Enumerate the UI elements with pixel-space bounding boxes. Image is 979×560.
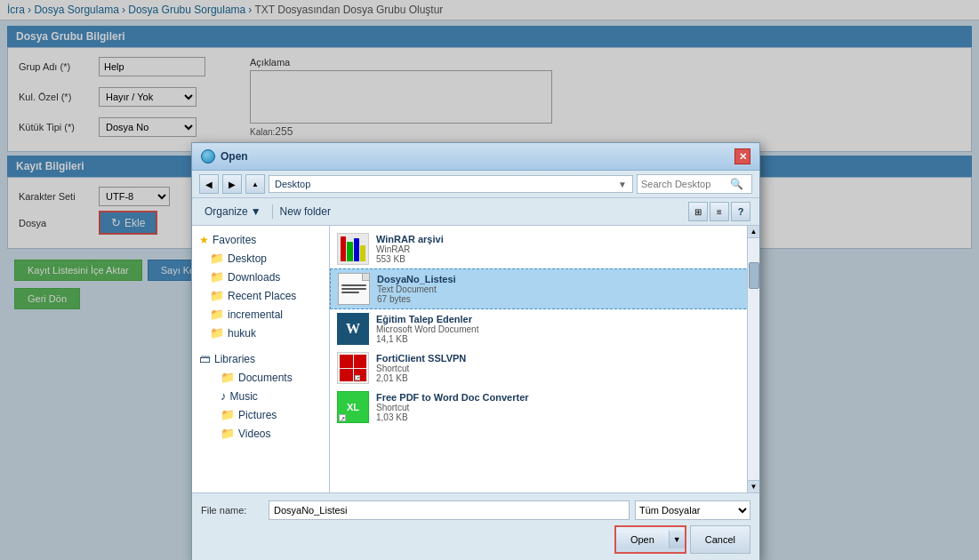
scroll-down-button[interactable]: ▼	[748, 480, 760, 492]
address-bar: Desktop ▼	[269, 175, 633, 193]
egitim-file-info: Eğitim Talep Edenler Microsoft Word Docu…	[376, 314, 478, 344]
scroll-track	[748, 238, 760, 480]
view-details-button[interactable]: ≡	[710, 202, 729, 221]
file-item-egitim[interactable]: W Eğitim Talep Edenler Microsoft Word Do…	[330, 309, 759, 348]
tree-downloads[interactable]: 📁 Downloads	[192, 268, 329, 286]
dosyano-file-info: DosyaNo_Listesi Text Document 67 bytes	[377, 274, 456, 304]
favorites-icon: ★	[199, 234, 209, 246]
pdf-type: Shortcut	[376, 403, 529, 412]
dosyano-file-icon	[338, 273, 370, 305]
documents-folder-icon: 📁	[221, 371, 235, 384]
organize-label: Organize	[205, 205, 248, 218]
new-folder-button[interactable]: New folder	[280, 205, 331, 218]
winrar-type: WinRAR	[376, 244, 444, 254]
organize-dropdown-icon: ▼	[251, 205, 261, 218]
pictures-folder-icon: 📁	[221, 408, 235, 421]
view-icons: ⊞ ≡ ?	[688, 202, 750, 221]
up-button[interactable]: ▲	[245, 174, 265, 194]
winrar-file-info: WinRAR arşivi WinRAR 553 KB	[376, 234, 444, 264]
dosyano-name: DosyaNo_Listesi	[377, 274, 456, 284]
dialog-titlebar: Open ✕	[192, 143, 759, 171]
open-file-dialog: Open ✕ ◀ ▶ ▲ Desktop ▼ 🔍 Organize ▼	[191, 142, 760, 560]
hukuk-folder-icon: 📁	[210, 326, 224, 340]
file-item-winrar[interactable]: WinRAR arşivi WinRAR 553 KB	[330, 229, 759, 268]
scroll-thumb[interactable]	[749, 262, 759, 289]
tree-libraries[interactable]: 🗃 Libraries	[192, 349, 329, 368]
tree-recent-places[interactable]: 📁 Recent Places	[192, 286, 329, 305]
organize-button[interactable]: Organize ▼	[201, 204, 265, 220]
tree-desktop-label: Desktop	[228, 252, 267, 265]
file-list-scrollbar[interactable]: ▲ ▼	[747, 226, 759, 492]
tree-incremental-label: incremental	[228, 308, 283, 321]
pdf-file-info: Free PDF to Word Doc Converter Shortcut …	[376, 392, 529, 422]
help-button[interactable]: ?	[731, 202, 750, 221]
filename-input[interactable]	[269, 500, 630, 520]
videos-folder-icon: 📁	[221, 427, 235, 440]
address-text: Desktop	[275, 179, 310, 189]
search-icon: 🔍	[730, 178, 743, 190]
tree-favorites: ★ Favorites	[192, 231, 329, 249]
dialog-close-button[interactable]: ✕	[734, 148, 750, 164]
folder-tree: ★ Favorites 📁 Desktop 📁 Downloads 📁 Rece…	[192, 226, 330, 492]
dialog-actionbar: Organize ▼ New folder ⊞ ≡ ?	[192, 198, 759, 226]
tree-music-label: Music	[230, 390, 258, 403]
winrar-file-icon	[337, 233, 369, 265]
page-wrapper: İcra › Dosya Sorgulama › Dosya Grubu Sor…	[0, 0, 979, 560]
open-dropdown-arrow[interactable]: ▼	[669, 531, 685, 548]
view-change-button[interactable]: ⊞	[688, 202, 708, 221]
tree-recent-label: Recent Places	[228, 290, 296, 302]
tree-videos[interactable]: 📁 Videos	[192, 424, 329, 443]
dialog-body: ★ Favorites 📁 Desktop 📁 Downloads 📁 Rece…	[192, 226, 759, 492]
forti-file-icon: ↗	[337, 352, 369, 384]
tree-hukuk[interactable]: 📁 hukuk	[192, 324, 329, 342]
tree-documents-label: Documents	[238, 372, 293, 384]
forward-button[interactable]: ▶	[222, 174, 242, 194]
tree-pictures[interactable]: 📁 Pictures	[192, 405, 329, 424]
file-item-dosyano[interactable]: DosyaNo_Listesi Text Document 67 bytes	[330, 268, 759, 309]
new-folder-label: New folder	[280, 205, 331, 218]
filename-row: File name: Tüm Dosyalar	[201, 500, 750, 520]
winrar-name: WinRAR arşivi	[376, 234, 444, 244]
tree-libraries-label: Libraries	[214, 353, 255, 365]
forti-name: FortiClient SSLVPN	[376, 353, 466, 364]
open-button[interactable]: Open	[616, 531, 669, 548]
dialog-bottom: File name: Tüm Dosyalar Open ▼ Cancel	[192, 492, 759, 560]
pdf-name: Free PDF to Word Doc Converter	[376, 392, 529, 403]
address-dropdown-icon: ▼	[618, 180, 627, 189]
file-item-forti[interactable]: ↗ FortiClient SSLVPN Shortcut 2,01 KB	[330, 348, 759, 388]
incremental-folder-icon: 📁	[210, 308, 224, 321]
scroll-up-button[interactable]: ▲	[748, 226, 760, 238]
tree-incremental[interactable]: 📁 incremental	[192, 305, 329, 324]
tree-downloads-label: Downloads	[228, 271, 280, 284]
egitim-type: Microsoft Word Document	[376, 324, 478, 334]
forti-file-info: FortiClient SSLVPN Shortcut 2,01 KB	[376, 353, 466, 383]
pdf-file-icon: XL ↗	[337, 391, 369, 423]
forti-size: 2,01 KB	[376, 373, 466, 383]
egitim-name: Eğitim Talep Edenler	[376, 314, 478, 324]
actionbar-separator	[272, 204, 273, 219]
favorites-label: Favorites	[213, 234, 256, 246]
tree-desktop[interactable]: 📁 Desktop	[192, 249, 329, 268]
tree-videos-label: Videos	[238, 428, 270, 440]
tree-hukuk-label: hukuk	[228, 327, 256, 340]
cancel-button[interactable]: Cancel	[690, 525, 750, 554]
back-button[interactable]: ◀	[199, 174, 219, 194]
dialog-actions: Open ▼ Cancel	[201, 525, 750, 554]
dialog-title-text: Open	[221, 150, 248, 163]
winrar-size: 553 KB	[376, 254, 444, 264]
filetype-select[interactable]: Tüm Dosyalar	[635, 500, 750, 520]
tree-documents[interactable]: 📁 Documents	[192, 368, 329, 387]
forti-type: Shortcut	[376, 364, 466, 373]
desktop-folder-icon: 📁	[210, 252, 224, 265]
file-list: WinRAR arşivi WinRAR 553 KB	[330, 226, 759, 492]
tree-music[interactable]: ♪ Music	[192, 387, 329, 405]
filename-label: File name:	[201, 505, 263, 516]
search-input[interactable]	[641, 179, 730, 189]
dosyano-type: Text Document	[377, 284, 456, 294]
open-button-wrapper: Open ▼	[614, 525, 686, 554]
pdf-size: 1,03 KB	[376, 412, 529, 422]
dialog-title-group: Open	[201, 149, 248, 164]
dialog-toolbar: ◀ ▶ ▲ Desktop ▼ 🔍	[192, 171, 759, 198]
file-item-pdf[interactable]: XL ↗ Free PDF to Word Doc Converter Shor…	[330, 388, 759, 427]
tree-pictures-label: Pictures	[238, 409, 277, 421]
